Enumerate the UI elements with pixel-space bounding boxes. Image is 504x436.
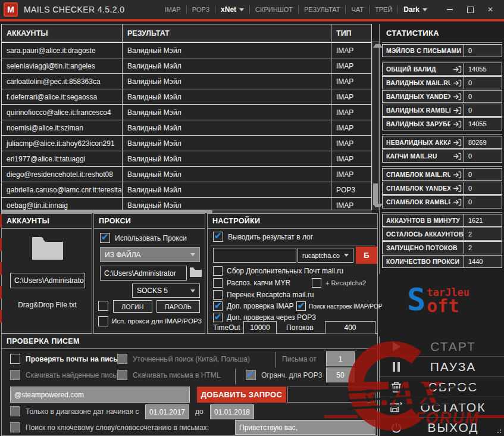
table-row[interactable]: sara.pauri@alice.it:dragoste Валидный Мэ… [2, 43, 371, 58]
stat-value: 1621 [464, 214, 502, 226]
menu-theme-dropdown[interactable]: Dark [398, 5, 433, 14]
export-icon[interactable] [450, 118, 464, 130]
pop3-check-checkbox[interactable] [213, 313, 223, 322]
table-vertical-scrollbar[interactable] [372, 41, 379, 210]
proxy-source-select[interactable]: ИЗ ФАЙЛА [100, 247, 200, 262]
accounts-panel: АККАУНТЫ C:\Users\Administrato Drag&Drop… [1, 213, 92, 334]
stat-row: АККАУНТОВ В МИНУТУ 1621 [382, 214, 502, 227]
export-icon[interactable] [450, 63, 464, 75]
scrollbar-thumb[interactable] [373, 183, 378, 205]
stat-label: ВАЛИДНЫХ MAIL.RU [383, 77, 450, 89]
maximize-button[interactable] [461, 2, 479, 17]
table-row[interactable]: gabriella.caruso@iamc.cnr.it:teresita Ва… [2, 182, 371, 198]
menu-xnet-dropdown[interactable]: xNet [215, 5, 249, 14]
proxy-for-imap-checkbox[interactable] [98, 316, 108, 326]
proxy-password-button[interactable]: ПАРОЛЬ [156, 300, 200, 313]
table-row[interactable]: eri1977@alice.it:tatuaggi Валидный Мэйл … [2, 151, 371, 167]
menu-result[interactable]: РЕЗУЛЬТАТ [299, 6, 345, 13]
cell-type: IMAP [331, 74, 371, 89]
balance-button[interactable]: Б [356, 247, 377, 264]
recaptcha2-checkbox[interactable] [312, 278, 321, 288]
refined-search-checkbox[interactable] [117, 354, 127, 364]
start-button[interactable]: СТАРТ [380, 337, 504, 357]
export-icon[interactable] [450, 104, 464, 116]
dragdrop-hint: Drag&Drop File.txt [2, 301, 93, 309]
remainder-button[interactable]: ОСТАТОК [380, 397, 504, 418]
close-button[interactable]: ✕ [481, 2, 499, 17]
captcha-key-input[interactable] [213, 248, 296, 263]
download-html-checkbox[interactable] [117, 370, 127, 380]
export-icon[interactable] [450, 77, 464, 89]
export-icon[interactable] [450, 91, 464, 102]
menu-tray[interactable]: ТРЕЙ [370, 6, 397, 13]
date-from-input[interactable]: 01.01.2017 [145, 404, 189, 419]
keyword-checkbox[interactable] [10, 422, 20, 432]
table-row[interactable]: juliacmp@alice.it:ahoy623icon291 Валидны… [2, 136, 371, 151]
menu-screenshot[interactable]: СКРИНШОТ [250, 6, 298, 13]
menu-chat[interactable]: ЧАТ [346, 6, 369, 13]
collect-mails-checkbox[interactable] [213, 266, 223, 276]
recognize-captcha-checkbox[interactable] [213, 278, 223, 288]
use-proxy-checkbox[interactable] [100, 233, 110, 243]
menu-imap[interactable]: IMAP [159, 6, 186, 13]
proxy-type-select[interactable]: SOCKS 5 [132, 284, 200, 298]
perechek-checkbox[interactable] [213, 290, 223, 300]
check-letters-label: Проверять почты на письма [26, 355, 127, 363]
export-icon[interactable] [450, 169, 464, 180]
captcha-service-select[interactable]: rucaptcha.co [298, 248, 353, 263]
menu-pop3[interactable]: POP3 [187, 6, 215, 13]
timeout-input[interactable]: 10000 [243, 321, 277, 334]
table-row[interactable]: noemisi@alice.it:sziman Валидный Мэйл IM… [2, 120, 371, 136]
minimize-button[interactable] [441, 2, 459, 17]
proxy-for-imap-label: Исп. прокси для IMAP/POP3 [112, 317, 202, 325]
export-icon[interactable] [450, 182, 464, 194]
folder-icon[interactable] [189, 266, 202, 281]
keyword-input[interactable]: Приветствую вас, [235, 420, 375, 435]
date-to-input[interactable]: 01.01.2018 [210, 404, 254, 419]
check-letters-checkbox[interactable] [10, 354, 20, 364]
pause-button[interactable]: ПАУЗА [380, 357, 504, 377]
add-query-button[interactable]: ДОБАВИТЬ ЗАПРОС [197, 387, 286, 403]
statistics-list: МЭЙЛОВ С ПИСЬМАМИ 0 ОБЩИЙ ВАЛИД 14055 ВА… [380, 42, 504, 272]
folder-icon[interactable] [30, 234, 65, 264]
download-found-checkbox[interactable] [10, 370, 20, 380]
letters-from-label: Письма от [282, 355, 317, 363]
export-icon[interactable] [450, 136, 464, 148]
table-row[interactable]: quirinofiocco@alice.it:francesco4 Валидн… [2, 105, 371, 120]
stat-label: ВАЛИДНЫХ RAMBLER.RU [383, 104, 450, 116]
proxy-source-value: ИЗ ФАЙЛА [105, 251, 141, 259]
reset-button[interactable]: СБРОС [380, 377, 504, 397]
log-output-checkbox[interactable] [213, 232, 223, 242]
left-red-marks [0, 214, 2, 332]
cell-result: Валидный Мэйл [123, 198, 331, 210]
letters-from-input[interactable]: 1 [326, 351, 355, 366]
query-input[interactable]: @steampowered.com [10, 387, 190, 403]
stat-label: КАПЧИ MAIL.RU [383, 150, 450, 162]
cell-type: IMAP [331, 105, 371, 120]
table-row[interactable]: seleniaviaggi@tin.it:angeles Валидный Мэ… [2, 58, 371, 74]
column-header-accounts[interactable]: АККАУНТЫ [2, 24, 123, 42]
threads-input[interactable]: 400 [325, 321, 375, 334]
app-title: MAILS CHECKER 4.5.2.0 [24, 5, 124, 14]
date-range-checkbox[interactable] [10, 406, 20, 416]
table-row[interactable]: diego@residencehotel.it:reshot08 Валидны… [2, 167, 371, 182]
imap-settings-checkbox[interactable] [296, 301, 306, 311]
proxy-auth-checkbox[interactable] [98, 301, 108, 311]
cell-result: Валидный Мэйл [123, 182, 331, 197]
accounts-file-path-button[interactable]: C:\Users\Administrato [10, 273, 85, 288]
proxy-file-input[interactable]: C:\Users\Administrator [100, 266, 187, 281]
table-row[interactable]: f.deferrari@alice.it:segaossa Валидный М… [2, 89, 371, 105]
column-header-type[interactable]: ТИП [331, 24, 371, 42]
table-row[interactable]: oebag@tin.it:innaig Валидный Мэйл IMAP [2, 198, 371, 210]
cell-account: diego@residencehotel.it:reshot08 [2, 167, 123, 182]
export-icon[interactable] [450, 150, 464, 162]
imap-check-checkbox[interactable] [213, 301, 223, 311]
export-icon[interactable] [450, 196, 464, 208]
pop3-limit-input[interactable]: 50 [326, 368, 355, 382]
query-extra-box[interactable] [287, 387, 375, 403]
table-row[interactable]: carloattolini@pec.it:858363ca Валидный М… [2, 74, 371, 89]
pop3-limit-checkbox[interactable] [246, 370, 256, 380]
proxy-login-button[interactable]: ЛОГИН [113, 300, 152, 313]
exit-button[interactable]: ВЫХОД [380, 418, 504, 436]
column-header-result[interactable]: РЕЗУЛЬТАТ [123, 24, 331, 42]
